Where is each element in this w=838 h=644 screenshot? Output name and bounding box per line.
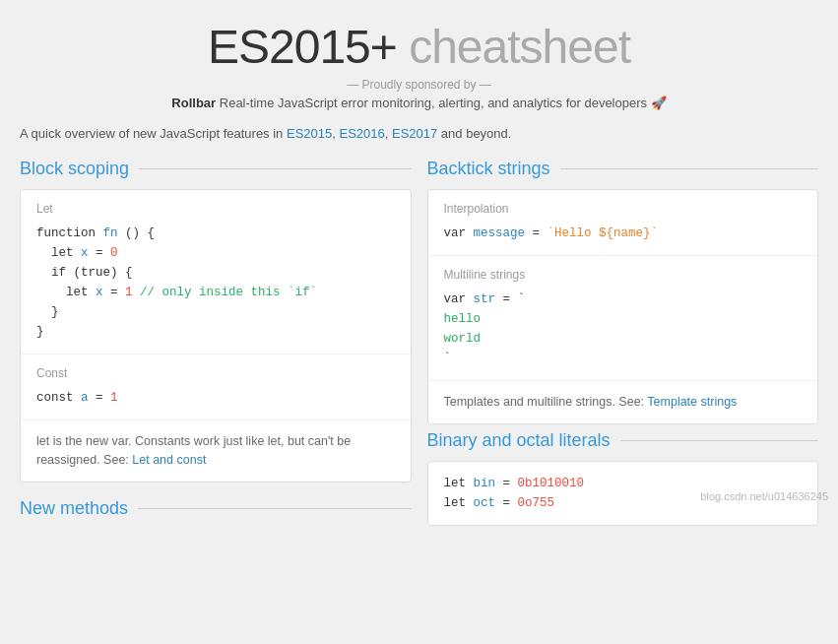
sponsor-desc: Real-time JavaScript error monitoring, a…	[220, 96, 667, 110]
link-es2017[interactable]: ES2017	[392, 126, 437, 141]
left-column: Block scoping Let function fn () { let x…	[20, 159, 412, 532]
block-scoping-card: Let function fn () { let x = 0 if (true)…	[20, 189, 412, 483]
const-code: const a = 1	[36, 388, 395, 408]
page-header: ES2015+ cheatsheet — Proudly sponsored b…	[20, 20, 818, 110]
interpolation-label: Interpolation	[444, 202, 803, 216]
backtick-desc-text: Templates and multiline strings. See:	[444, 395, 648, 409]
block-desc-link[interactable]: Let and const	[132, 453, 206, 467]
page-title: ES2015+ cheatsheet	[20, 20, 818, 74]
title-accent: cheatsheet	[409, 21, 630, 73]
right-column: Backtick strings Interpolation var messa…	[427, 159, 819, 532]
multiline-code: var str = ` hello world `	[444, 290, 803, 368]
let-section: Let function fn () { let x = 0 if (true)…	[21, 190, 411, 354]
overview-after: and beyond.	[437, 126, 511, 141]
backtick-card: Interpolation var message = `Hello ${nam…	[427, 189, 819, 424]
sponsor-text: Rollbar Real-time JavaScript error monit…	[20, 96, 818, 110]
new-methods-title: New methods	[20, 498, 412, 519]
watermark: blog.csdn.net/u014636245	[700, 490, 828, 502]
overview-before: A quick overview of new JavaScript featu…	[20, 126, 287, 141]
block-scoping-title: Block scoping	[20, 159, 412, 179]
main-columns: Block scoping Let function fn () { let x…	[20, 159, 818, 532]
link-es2015[interactable]: ES2015	[287, 126, 332, 141]
binary-octal-title: Binary and octal literals	[427, 430, 819, 451]
block-scoping-description: let is the new var. Constants work just …	[21, 420, 411, 482]
backtick-desc-link[interactable]: Template strings	[647, 395, 737, 409]
backtick-title: Backtick strings	[427, 159, 819, 179]
sponsor-name: Rollbar	[171, 96, 216, 110]
sponsor-dash: — Proudly sponsored by —	[20, 78, 818, 92]
const-section: Const const a = 1	[21, 354, 411, 420]
title-main: ES2015+	[208, 21, 397, 73]
let-code: function fn () { let x = 0 if (true) { l…	[36, 224, 395, 342]
backtick-description: Templates and multiline strings. See: Te…	[428, 381, 818, 423]
multiline-label: Multiline strings	[444, 268, 803, 282]
const-label: Const	[36, 366, 395, 380]
multiline-section: Multiline strings var str = ` hello worl…	[428, 256, 818, 381]
interpolation-section: Interpolation var message = `Hello ${nam…	[428, 190, 818, 256]
link-es2016[interactable]: ES2016	[339, 126, 384, 141]
interpolation-code: var message = `Hello ${name}`	[444, 224, 803, 243]
let-label: Let	[36, 202, 395, 216]
overview-text: A quick overview of new JavaScript featu…	[20, 126, 818, 141]
